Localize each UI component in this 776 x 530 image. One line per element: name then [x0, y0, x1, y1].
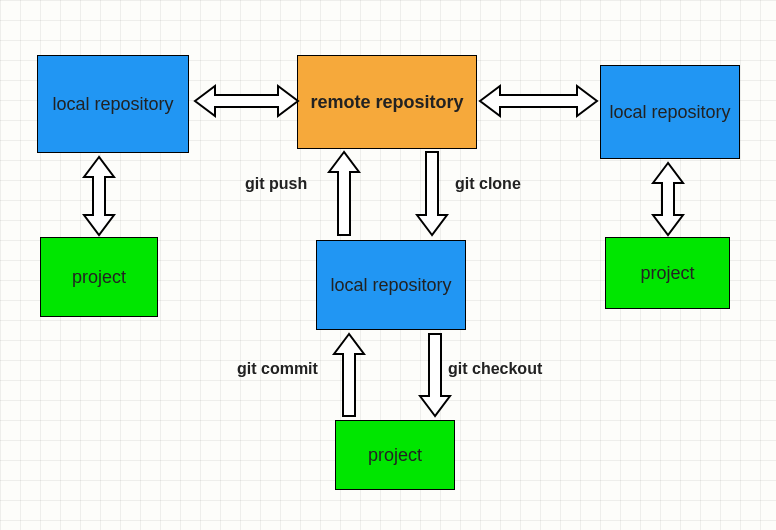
arrow-clone: [417, 152, 447, 235]
node-label: project: [368, 444, 422, 467]
arrow-left-local-to-left-project: [84, 157, 114, 235]
node-local-repository-center: local repository: [316, 240, 466, 330]
node-project-right: project: [605, 237, 730, 309]
node-remote-repository: remote repository: [297, 55, 477, 149]
arrow-commit: [334, 334, 364, 416]
node-label: local repository: [330, 274, 451, 297]
edge-label-clone: git clone: [455, 175, 521, 193]
edge-label-checkout: git checkout: [448, 360, 542, 378]
arrow-remote-to-right-local: [480, 86, 597, 116]
arrow-left-local-to-remote: [195, 86, 298, 116]
node-local-repository-left: local repository: [37, 55, 189, 153]
node-project-left: project: [40, 237, 158, 317]
node-local-repository-right: local repository: [600, 65, 740, 159]
node-label: local repository: [609, 101, 730, 124]
arrow-checkout: [420, 334, 450, 416]
edge-label-push: git push: [245, 175, 307, 193]
arrow-push: [329, 152, 359, 235]
node-label: project: [72, 266, 126, 289]
arrow-right-local-to-right-project: [653, 163, 683, 235]
node-label: remote repository: [310, 91, 463, 114]
node-project-center: project: [335, 420, 455, 490]
node-label: project: [640, 262, 694, 285]
diagram-canvas: local repository remote repository local…: [0, 0, 776, 530]
node-label: local repository: [52, 93, 173, 116]
edge-label-commit: git commit: [237, 360, 318, 378]
